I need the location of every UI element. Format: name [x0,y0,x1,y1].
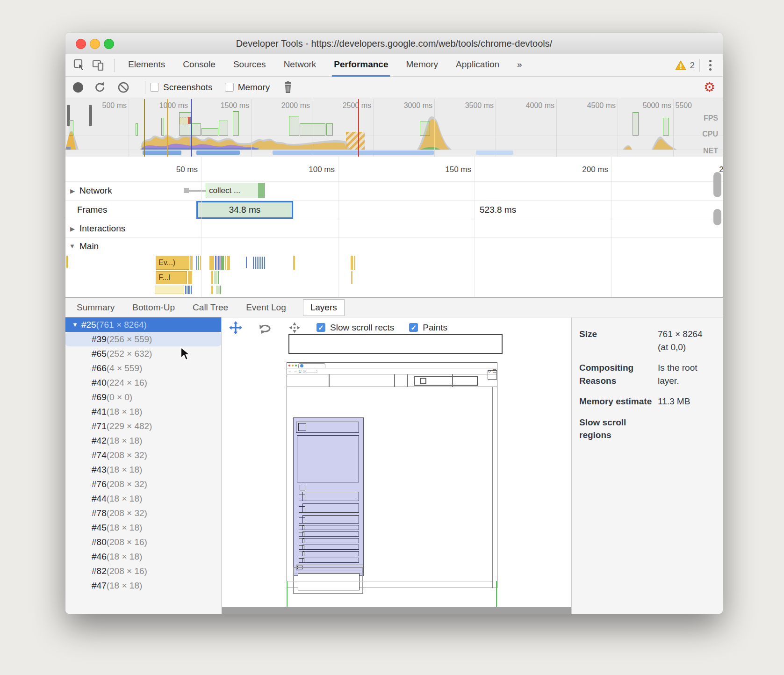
network-expander-icon[interactable]: ▶ [70,187,75,194]
trash-icon[interactable] [282,81,294,94]
panel-tab-summary[interactable]: Summary [76,300,115,316]
layer-tree-item[interactable]: #80(208 × 16) [65,535,221,549]
expander-icon[interactable]: ▼ [72,321,78,328]
reset-view-icon[interactable] [288,321,302,335]
fps-bar [633,112,639,136]
layer-id: #44 [92,494,107,504]
wireframe-row-square [299,545,304,550]
layer-detail-row: Size761 × 8264 (at 0,0) [579,328,718,353]
net-activity-bar [476,151,513,155]
tab-performance[interactable]: Performance [332,54,390,77]
overview-gridline [129,99,129,157]
rotate-mode-icon[interactable] [258,321,273,335]
flame-scrollbar-thumb[interactable] [713,172,721,197]
wireframe-url-field [305,370,317,373]
layer-tree-item[interactable]: #43(18 × 18) [65,462,221,477]
layer-dims: (18 × 18) [107,407,143,417]
layer-tree-item[interactable]: #65(252 × 632) [65,346,221,361]
layer-tree-item[interactable]: #82(208 × 16) [65,564,221,578]
network-request-line [189,190,206,192]
traffic-light-minimize-button[interactable] [90,39,100,49]
layer-dims: (252 × 632) [107,349,152,359]
overview-tick-label: 4500 ms [558,101,616,110]
wireframe-dot [295,365,297,366]
layer-tree-item[interactable]: #76(208 × 32) [65,477,221,491]
memory-checkbox[interactable] [225,83,234,92]
panel-tab-event-log[interactable]: Event Log [245,300,287,316]
wireframe-row-square [299,539,304,543]
event-child-bar [155,286,184,294]
layer-tree-item[interactable]: #40(224 × 16) [65,375,221,390]
tab-network[interactable]: Network [282,54,318,77]
screenshots-checkbox[interactable] [150,83,159,92]
settings-gear-icon[interactable]: ⚙ [704,81,715,94]
layer-dims: (208 × 16) [107,566,147,576]
tab-application[interactable]: Application [454,54,501,77]
panel-tab-bottom-up[interactable]: Bottom-Up [131,300,176,316]
main-expander-icon[interactable]: ▼ [69,243,75,250]
frames-selected-frame[interactable]: 34.8 ms [196,201,293,219]
warning-count: 2 [690,60,695,71]
panel-tab-call-tree[interactable]: Call Tree [192,300,229,316]
layer-tree-item[interactable]: #66(4 × 559) [65,361,221,375]
frames-row-label: Frames [77,205,107,215]
timeline-marker [167,99,168,157]
panel-tab-layers[interactable]: Layers [303,299,345,316]
layer-tree-item[interactable]: #46(18 × 18) [65,549,221,564]
layer-tree-item[interactable]: #71(229 × 482) [65,419,221,433]
network-request-bar[interactable]: collect ... [206,183,265,198]
event-box[interactable]: Ev...) [156,256,189,270]
canvas-bottom-scrollbar[interactable] [222,607,571,614]
tab-memory[interactable]: Memory [404,54,440,77]
flame-event-mark [257,257,258,269]
fps-bar [136,123,138,136]
layer-tree-item[interactable]: #42(18 × 18) [65,433,221,448]
paints-checkbox[interactable]: ✓ [409,323,418,332]
traffic-light-close-button[interactable] [76,39,86,49]
wireframe-top-rect [288,334,503,354]
reload-and-profile-button[interactable] [94,81,107,94]
inspect-element-icon[interactable] [72,58,87,73]
layer-detail-row: Slow scroll regions [579,416,718,442]
flame-chart[interactable]: ▶ Network Frames ▶ Interactions ▼ Main c… [65,157,723,297]
flame-scrollbar-thumb[interactable] [713,209,721,225]
record-button[interactable] [73,82,83,93]
flame-event-mark [218,256,219,270]
fps-bar [201,128,218,136]
tab-console[interactable]: Console [181,54,217,77]
flame-tick-label: 150 ms [410,165,471,174]
layer-3d-view[interactable]: ✓ Slow scroll rects ✓ Paints ← → C ⌂⟳ ☰ [222,317,571,614]
layer-tree-item[interactable]: #47(18 × 18) [65,578,221,593]
layer-tree-item[interactable]: #41(18 × 18) [65,404,221,419]
fps-bar [289,116,299,136]
layer-tree-item[interactable]: #69(0 × 0) [65,390,221,404]
net-lane-label: NET [703,147,718,155]
layer-tree-item[interactable]: #39(256 × 559) [65,332,221,346]
tab-sources[interactable]: Sources [231,54,268,77]
layer-tree: ▼#25(761 × 8264)#39(256 × 559)#65(252 × … [65,317,222,614]
overview-gridline [373,99,374,157]
wireframe-small-square [420,378,426,384]
clear-button[interactable] [117,81,130,94]
warning-indicator[interactable]: 2 [675,60,695,71]
timeline-overview[interactable]: 5500 FPS CPU NET 500 ms1000 ms1500 ms200… [65,98,723,157]
fps-bar [161,118,164,136]
event-box[interactable]: F...l [156,271,187,284]
layer-tree-item[interactable]: #44(18 × 18) [65,491,221,506]
layer-tree-item[interactable]: #78(208 × 32) [65,506,221,520]
traffic-light-zoom-button[interactable] [104,39,114,49]
layer-tree-item[interactable]: ▼#25(761 × 8264) [65,317,221,332]
wireframe-divider [394,374,395,387]
wireframe-row [302,525,359,530]
interactions-expander-icon[interactable]: ▶ [70,225,75,232]
tabs-overflow-button[interactable]: » [515,54,524,77]
layer-tree-item[interactable]: #74(208 × 32) [65,448,221,462]
layer-tree-item[interactable]: #45(18 × 18) [65,520,221,535]
tab-elements[interactable]: Elements [126,54,167,77]
slow-scroll-rects-checkbox[interactable]: ✓ [316,323,325,332]
flame-event-mark [293,256,295,270]
pan-mode-icon[interactable] [229,321,243,335]
row-divider [65,237,723,238]
device-toolbar-icon[interactable] [91,58,106,73]
kebab-menu-icon[interactable] [705,60,716,71]
